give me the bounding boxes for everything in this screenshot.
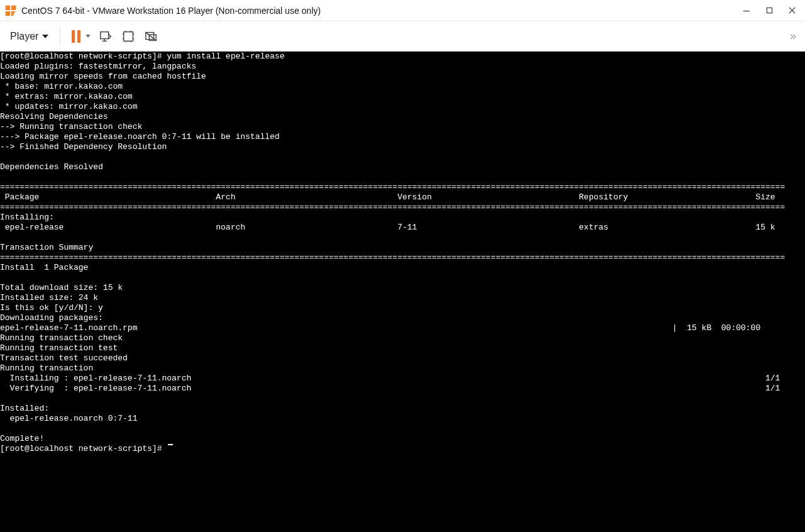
overflow-button[interactable]: » — [790, 30, 800, 43]
chevron-down-icon — [86, 35, 91, 38]
maximize-button[interactable] — [758, 2, 780, 19]
terminal-prompt: [root@localhost network-scripts]# — [0, 444, 167, 454]
window-titlebar: CentOS 7 64-bit - VMware Workstation 16 … — [0, 0, 805, 21]
fullscreen-button[interactable] — [118, 26, 138, 47]
app-icon — [4, 4, 18, 18]
close-button[interactable] — [781, 2, 802, 19]
unity-mode-button[interactable] — [141, 26, 161, 47]
player-menu-label: Player — [10, 31, 38, 42]
send-ctrl-alt-del-button[interactable] — [96, 26, 116, 47]
svg-rect-3 — [743, 11, 750, 11]
player-menu[interactable]: Player — [5, 26, 53, 47]
window-title: CentOS 7 64-bit - VMware Workstation 16 … — [21, 6, 321, 16]
svg-rect-0 — [6, 5, 10, 9]
terminal-view[interactable]: [root@localhost network-scripts]# yum in… — [0, 52, 805, 532]
terminal-output: [root@localhost network-scripts]# yum in… — [0, 52, 805, 444]
toolbar: Player » — [0, 21, 805, 52]
toolbar-separator — [60, 28, 60, 45]
svg-rect-2 — [6, 11, 10, 15]
pause-button[interactable] — [67, 26, 93, 47]
window-controls — [736, 2, 802, 19]
svg-rect-8 — [124, 31, 133, 41]
pause-icon — [69, 30, 83, 43]
svg-rect-7 — [101, 31, 109, 38]
terminal-cursor — [168, 444, 173, 445]
svg-rect-1 — [11, 5, 16, 9]
chevron-down-icon — [42, 35, 48, 38]
svg-rect-4 — [767, 8, 772, 13]
minimize-button[interactable] — [736, 2, 757, 19]
